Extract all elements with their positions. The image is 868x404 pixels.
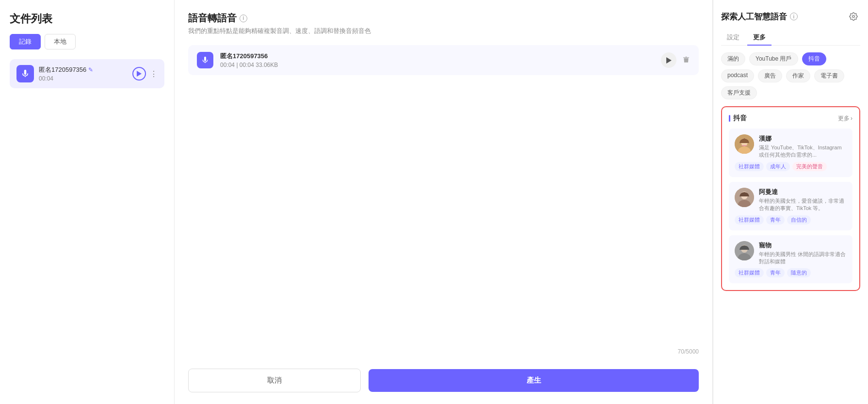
audio-play-button[interactable] <box>661 52 676 68</box>
tab-settings[interactable]: 設定 <box>721 30 745 46</box>
right-info-icon[interactable]: i <box>790 13 798 20</box>
voice-tag-2-0: 社群媒體 <box>735 268 764 277</box>
content-area <box>188 85 699 348</box>
svg-marker-1 <box>666 57 672 64</box>
audio-delete-button[interactable] <box>682 55 690 65</box>
tab-more[interactable]: 更多 <box>747 30 772 46</box>
voice-name-2: 寵物 <box>759 241 847 250</box>
file-duration: 00:04 <box>39 75 128 82</box>
audio-name: 匿名1720597356 <box>220 52 654 61</box>
voice-tag-1-1: 青年 <box>766 215 785 225</box>
voice-card-2[interactable]: 寵物 年輕的美國男性 休閒的語調非常適合對話和媒體 社群媒體 青年 隨意的 <box>729 235 852 284</box>
edit-icon[interactable]: ✎ <box>88 66 93 73</box>
voice-tag-1-0: 社群媒體 <box>735 215 764 225</box>
voice-info-0: 漢娜 滿足 YouTube、TikTok、Instagram 或任何其他旁白需求… <box>759 134 847 159</box>
file-name: 匿名1720597356 ✎ <box>39 65 128 74</box>
voice-tags-1: 社群媒體 青年 自信的 <box>735 215 847 225</box>
chip-douyin[interactable]: 抖音 <box>802 52 826 65</box>
voice-tag-0-1: 成年人 <box>766 162 790 171</box>
file-actions: ⋮ <box>132 67 158 81</box>
voice-name-1: 阿曼達 <box>759 188 847 196</box>
file-item[interactable]: 匿名1720597356 ✎ 00:04 ⋮ <box>10 59 164 88</box>
tab-local[interactable]: 本地 <box>45 34 76 49</box>
settings-icon[interactable] <box>847 10 860 23</box>
audio-details: 匿名1720597356 00:04 | 00:04 33.06KB <box>220 52 654 68</box>
audio-meta: 00:04 | 00:04 33.06KB <box>220 62 654 68</box>
voice-avatar-0 <box>735 134 754 154</box>
voice-tag-2-1: 青年 <box>766 268 785 277</box>
middle-panel: 語音轉語音 i 我們的重點特點是能夠精確複製音調、速度、語調和替換音頻音色 匿名… <box>175 0 713 404</box>
voice-card-0[interactable]: 漢娜 滿足 YouTube、TikTok、Instagram 或任何其他旁白需求… <box>729 129 852 177</box>
voice-tags-0: 社群媒體 成年人 完美的聲音 <box>735 162 847 171</box>
chip-ebook[interactable]: 電子書 <box>814 69 844 82</box>
svg-marker-0 <box>137 71 142 77</box>
voice-section-box: 抖音 更多 › 漢娜 滿足 <box>721 106 860 291</box>
tab-group: 記錄 本地 <box>10 34 164 49</box>
voice-desc-0: 滿足 YouTube、TikTok、Instagram 或任何其他旁白需求的..… <box>759 144 847 159</box>
voice-tag-0-0: 社群媒體 <box>735 162 764 171</box>
footer-actions: 取消 產生 <box>188 361 699 392</box>
right-tabs: 設定 更多 <box>721 30 860 46</box>
voice-tags-2: 社群媒體 青年 隨意的 <box>735 268 847 277</box>
voice-name-0: 漢娜 <box>759 134 847 143</box>
chip-podcast[interactable]: podcast <box>721 69 754 82</box>
audio-mic-icon <box>197 52 213 68</box>
voice-tag-2-2: 隨意的 <box>787 268 811 277</box>
voice-tag-1-2: 自信的 <box>787 215 811 225</box>
left-panel-title: 文件列表 <box>10 12 164 26</box>
voice-desc-2: 年輕的美國男性 休閒的語調非常適合對話和媒體 <box>759 251 847 266</box>
section-box-title: 抖音 <box>729 114 747 123</box>
audio-controls <box>661 52 690 68</box>
chip-support[interactable]: 客戶支援 <box>721 86 757 99</box>
right-header: 探索人工智慧語音 i <box>721 10 860 23</box>
file-play-button[interactable] <box>132 67 146 81</box>
file-mic-icon <box>16 65 34 82</box>
char-count: 70/5000 <box>188 348 699 355</box>
voice-info-1: 阿曼達 年輕的美國女性，愛音健談，非常適合有趣的事實、TikTok 等。 <box>759 188 847 212</box>
right-title: 探索人工智慧語音 i <box>721 11 798 22</box>
middle-subtitle: 我們的重點特點是能夠精確複製音調、速度、語調和替換音頻音色 <box>188 27 699 35</box>
chip-ad[interactable]: 廣告 <box>758 69 782 82</box>
chip-writer[interactable]: 作家 <box>786 69 810 82</box>
section-box-header: 抖音 更多 › <box>729 114 852 123</box>
generate-button[interactable]: 產生 <box>369 369 699 392</box>
filter-chips: 滿的 YouTube 用戶 抖音 podcast 廣告 作家 電子書 客戶支援 <box>721 52 860 99</box>
cancel-button[interactable]: 取消 <box>188 369 361 392</box>
left-panel: 文件列表 記錄 本地 匿名1720597356 ✎ 00:04 ⋮ <box>0 0 175 404</box>
middle-title: 語音轉語音 i <box>188 12 699 25</box>
audio-card: 匿名1720597356 00:04 | 00:04 33.06KB <box>188 45 699 75</box>
voice-info-2: 寵物 年輕的美國男性 休閒的語調非常適合對話和媒體 <box>759 241 847 266</box>
chip-youtube[interactable]: YouTube 用戶 <box>749 52 798 65</box>
voice-avatar-2 <box>735 241 754 260</box>
file-info: 匿名1720597356 ✎ 00:04 <box>39 65 128 82</box>
svg-point-2 <box>852 16 855 18</box>
file-more-button[interactable]: ⋮ <box>150 69 158 79</box>
voice-desc-1: 年輕的美國女性，愛音健談，非常適合有趣的事實、TikTok 等。 <box>759 197 847 212</box>
right-panel: 探索人工智慧語音 i 設定 更多 滿的 YouTube 用戶 抖音 podcas… <box>713 0 868 404</box>
middle-info-icon[interactable]: i <box>240 15 247 22</box>
tab-records[interactable]: 記錄 <box>10 34 41 49</box>
voice-card-1[interactable]: 阿曼達 年輕的美國女性，愛音健談，非常適合有趣的事實、TikTok 等。 社群媒… <box>729 182 852 230</box>
voice-avatar-1 <box>735 188 754 207</box>
voice-tag-0-2: 完美的聲音 <box>792 162 827 171</box>
chip-full[interactable]: 滿的 <box>721 52 745 65</box>
more-link[interactable]: 更多 › <box>838 114 852 123</box>
